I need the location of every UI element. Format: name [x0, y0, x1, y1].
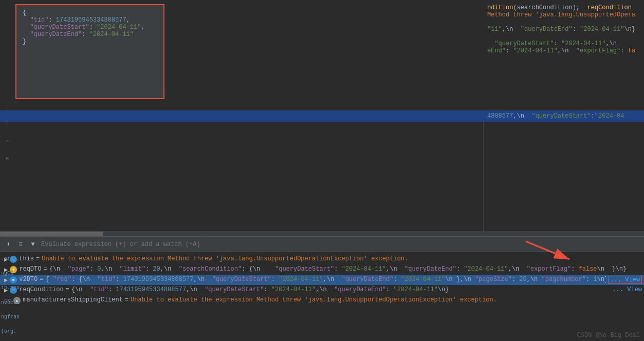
json-popup: { "tid": 1743195945334808577, "queryDate… — [15, 4, 164, 99]
sidebar-icon-4[interactable]: ⊕ — [4, 155, 11, 162]
equals-searchCondition: = — [66, 286, 69, 293]
equals-this: = — [36, 255, 40, 262]
var-value-v2DTO: { "req": {\n "tid": 1743195945334808577,… — [45, 276, 606, 283]
file-label-3: nvocal — [1, 300, 26, 306]
view-link-v2DTO[interactable]: ... View — [608, 276, 642, 284]
equals-reqDTO: = — [43, 266, 47, 273]
code-line-7: eEnd": "2024-04-11",\n "exportFlag": fa — [487, 47, 640, 54]
file-label-5: (org. — [1, 329, 26, 334]
sidebar-icon-1[interactable]: ↑ — [4, 103, 11, 110]
red-arrow-annotation — [521, 236, 582, 269]
var-value-searchCondition: {\n "tid": 1743195945334808577,\n "query… — [71, 286, 611, 293]
scrollbar-thumb[interactable] — [0, 232, 103, 236]
editor-area: { "tid": 1743195945334808577, "queryDate… — [0, 0, 644, 236]
code-line-4: "11",\n "queryDateEnd": "2024-04-11"\n} — [487, 26, 640, 33]
view-link-searchCondition[interactable]: ... View — [612, 286, 642, 293]
code-line-5 — [487, 33, 640, 40]
code-line-1: ndition(searchCondition); reqCondition — [487, 4, 640, 11]
code-line-6: "queryDateStart": "2024-04-11",\n — [487, 40, 640, 47]
horizontal-scrollbar[interactable] — [0, 231, 644, 236]
file-label-4: ngfran — [1, 314, 26, 320]
sidebar-icon-3[interactable]: ○ — [4, 138, 11, 145]
var-name-searchCondition: reqCondition — [19, 286, 63, 293]
equals-v2DTO: = — [40, 276, 43, 283]
dropdown-icon[interactable]: ▼ — [29, 240, 37, 249]
json-line-5: } — [23, 38, 157, 45]
equals-manufacturersShipping: = — [125, 296, 128, 304]
file-label-2: ib.pro — [1, 285, 26, 291]
watch-item-manufacturersShippingClient: ○○ c manufacturersShippingClient = Unabl… — [0, 295, 644, 306]
watermark: CSDN @No Big Deal — [577, 332, 640, 339]
json-line-1: { — [23, 9, 157, 16]
file-label-0: .ptac. — [1, 256, 26, 262]
code-line-2: Method threw 'java.lang.UnsupportedOpera — [487, 11, 640, 18]
highlight-bar-right: 4808577,\n "queryDateStart": "2024-04 — [483, 110, 644, 122]
file-labels: .ptac. ngCG ib.pro nvocal ngfran (org. — [0, 236, 26, 341]
json-line-2: "tid": 1743195945334808577, — [23, 16, 157, 24]
json-line-4: "queryDateEnd": "2024-04-11" — [23, 31, 157, 38]
right-code-panel: ndition(searchCondition); reqCondition M… — [483, 0, 644, 110]
var-value-manufacturersShipping: Unable to evaluate the expression Method… — [131, 296, 642, 304]
var-name-manufacturersShipping: manufacturersShippingClient — [23, 296, 122, 304]
json-line-3: "queryDateStart": "2024-04-11", — [23, 24, 157, 31]
file-label-1: ngCG — [1, 271, 26, 276]
svg-line-1 — [526, 241, 569, 259]
watch-item-v2DTO: ▶ = v2DTO = { "req": {\n "tid": 17431959… — [0, 275, 644, 285]
code-line-3 — [487, 18, 640, 26]
watch-item-searchCondition: ▶ = reqCondition = {\n "tid": 1743195945… — [0, 285, 644, 295]
